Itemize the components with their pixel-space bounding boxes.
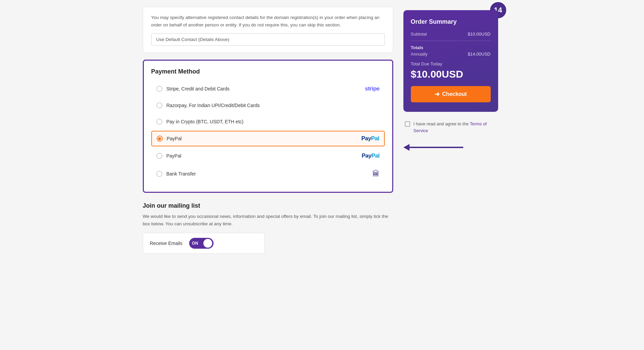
payment-option-stripe[interactable]: Stripe, Credit and Debit Cards stripe bbox=[151, 81, 385, 96]
radio-dot-paypal bbox=[158, 137, 161, 140]
payment-option-left-stripe: Stripe, Credit and Debit Cards bbox=[156, 86, 230, 92]
razorpay-label: Razorpay, For Indian UPI/Credit/Debit Ca… bbox=[166, 103, 260, 108]
radio-crypto[interactable] bbox=[156, 119, 162, 125]
radio-paypal-selected[interactable] bbox=[157, 136, 163, 142]
total-due-label: Total Due Today bbox=[411, 61, 491, 66]
mailing-title: Join our mailing list bbox=[143, 202, 393, 209]
payment-option-razorpay[interactable]: Razorpay, For Indian UPI/Credit/Debit Ca… bbox=[151, 98, 385, 112]
toggle-ball bbox=[203, 239, 212, 248]
summary-divider bbox=[411, 41, 491, 41]
payment-option-left-paypal2: PayPal bbox=[156, 153, 181, 159]
tos-section: I have read and agree to the Terms of Se… bbox=[403, 117, 502, 137]
stripe-logo: stripe bbox=[365, 85, 379, 92]
payment-option-bank[interactable]: Bank Transfer 🏛 bbox=[151, 165, 385, 182]
checkout-label: Checkout bbox=[442, 91, 467, 97]
arrow-line bbox=[409, 147, 463, 148]
crypto-label: Pay in Crypto (BTC, USDT, ETH etc) bbox=[166, 119, 244, 124]
sidebar-card-wrapper: 14 Order Summary Subtotal $10.00USD Tota… bbox=[403, 7, 502, 112]
tos-text: I have read and agree to the Terms of Se… bbox=[414, 121, 500, 134]
payment-section: Payment Method Stripe, Credit and Debit … bbox=[143, 60, 393, 193]
main-content: You may specify alternative registered c… bbox=[143, 7, 393, 261]
payment-title: Payment Method bbox=[151, 68, 385, 75]
payment-option-left-crypto: Pay in Crypto (BTC, USDT, ETH etc) bbox=[156, 119, 244, 125]
radio-paypal2[interactable] bbox=[156, 153, 162, 159]
contact-description: You may specify alternative registered c… bbox=[151, 14, 385, 28]
mailing-description: We would like to send you occasional new… bbox=[143, 213, 393, 227]
payment-option-left-bank: Bank Transfer bbox=[156, 171, 196, 177]
bank-icon: 🏛 bbox=[372, 169, 380, 178]
totals-label: Totals bbox=[411, 45, 491, 50]
paypal-logo2: PayPal bbox=[362, 152, 380, 159]
receive-emails-label: Receive Emails bbox=[150, 241, 182, 246]
receive-emails-box: Receive Emails ON bbox=[143, 233, 265, 254]
payment-option-paypal2[interactable]: PayPal PayPal bbox=[151, 148, 385, 163]
checkout-button[interactable]: ➜ Checkout bbox=[411, 86, 491, 102]
annually-label: Annually bbox=[411, 52, 428, 57]
checkout-arrow-icon: ➜ bbox=[435, 90, 440, 98]
annually-row: Annually $14.00USD bbox=[411, 52, 491, 57]
receive-emails-toggle[interactable]: ON bbox=[189, 238, 214, 249]
payment-option-left-paypal-selected: PayPal bbox=[157, 136, 182, 142]
arrow-head-icon bbox=[403, 144, 409, 151]
default-contact-label: Use Default Contact (Details Above) bbox=[156, 37, 229, 42]
annually-value: $14.00USD bbox=[468, 52, 490, 57]
total-due-amount: $10.00USD bbox=[411, 68, 491, 80]
bank-label: Bank Transfer bbox=[166, 171, 196, 177]
stripe-label: Stripe, Credit and Debit Cards bbox=[166, 86, 230, 91]
radio-bank[interactable] bbox=[156, 171, 162, 177]
radio-razorpay[interactable] bbox=[156, 102, 162, 108]
toggle-on-text: ON bbox=[192, 241, 198, 246]
default-contact-box: Use Default Contact (Details Above) bbox=[151, 33, 385, 46]
subtotal-row: Subtotal $10.00USD bbox=[411, 32, 491, 37]
mailing-section: Join our mailing list We would like to s… bbox=[143, 202, 393, 254]
payment-option-paypal-selected[interactable]: PayPal PayPal bbox=[151, 131, 385, 146]
contact-section: You may specify alternative registered c… bbox=[143, 7, 393, 53]
paypal-selected-label: PayPal bbox=[167, 136, 182, 141]
payment-option-left-razorpay: Razorpay, For Indian UPI/Credit/Debit Ca… bbox=[156, 102, 260, 108]
order-summary-card: Order Summary Subtotal $10.00USD Totals … bbox=[403, 10, 498, 112]
radio-stripe[interactable] bbox=[156, 86, 162, 92]
arrow-indicator bbox=[403, 144, 502, 151]
subtotal-label: Subtotal bbox=[411, 32, 427, 37]
paypal2-label: PayPal bbox=[166, 153, 181, 159]
order-summary-title: Order Summary bbox=[411, 18, 491, 25]
paypal-logo-selected: PayPal bbox=[361, 135, 379, 142]
payment-option-crypto[interactable]: Pay in Crypto (BTC, USDT, ETH etc) bbox=[151, 115, 385, 129]
tos-prefix: I have read and agree to the bbox=[414, 121, 470, 126]
sidebar: 14 Order Summary Subtotal $10.00USD Tota… bbox=[403, 7, 502, 261]
tos-checkbox[interactable] bbox=[405, 121, 410, 127]
subtotal-value: $10.00USD bbox=[468, 32, 490, 37]
